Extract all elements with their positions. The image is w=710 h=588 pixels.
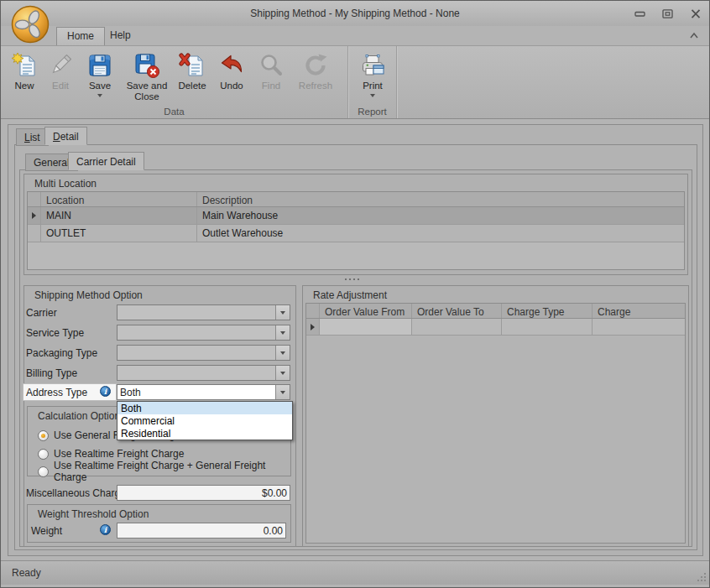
carrier-dropdown[interactable] — [117, 304, 290, 320]
dropdown-button[interactable] — [275, 346, 290, 360]
radio-icon — [38, 449, 49, 460]
delete-button[interactable]: Delete — [174, 51, 211, 102]
ribbon: New Edit — [1, 45, 709, 119]
grid-header-row: Order Value From Order Value To Charge T… — [306, 304, 685, 319]
find-button[interactable]: Find — [253, 51, 290, 102]
floppy-close-icon — [133, 52, 160, 79]
tab-detail[interactable]: Detail — [44, 127, 87, 145]
dropdown-option-commercial[interactable]: Commercial — [117, 414, 292, 427]
minimize-button[interactable] — [634, 9, 645, 18]
close-icon — [691, 9, 701, 18]
print-button[interactable]: Print — [352, 51, 393, 100]
tab-help[interactable]: Help — [100, 27, 141, 45]
dropdown-option-residential[interactable]: Residential — [117, 427, 292, 440]
magnifier-icon — [258, 52, 285, 79]
row-indicator-header — [306, 304, 320, 318]
dropdown-option-both[interactable]: Both — [117, 402, 292, 414]
table-row-outlet[interactable]: OUTLET Outlet Warehouse — [28, 225, 684, 242]
table-row-main[interactable]: MAIN Main Warehouse — [28, 207, 684, 225]
save-button[interactable]: Save — [80, 51, 120, 102]
splitter-handle[interactable] — [345, 278, 359, 280]
shipping-method-option-title: Shipping Method Option — [34, 289, 143, 301]
calculation-option-title: Calculation Option — [38, 410, 120, 422]
field-row-misc-charge: Miscellaneous Charge $0.00 — [24, 485, 291, 501]
tab-carrier-detail[interactable]: Carrier Detail — [68, 152, 144, 170]
field-row-weight: Weight i 0.00 — [24, 523, 291, 539]
resize-grip[interactable] — [697, 572, 707, 582]
ribbon-tab-row: Home Help — [1, 26, 709, 45]
restore-button[interactable] — [662, 9, 673, 18]
undo-button[interactable]: Undo — [213, 51, 250, 102]
new-document-icon — [11, 52, 38, 79]
undo-arrow-icon — [218, 52, 245, 79]
new-button[interactable]: New — [8, 51, 41, 102]
dropdown-button[interactable] — [275, 366, 290, 380]
status-bar: Ready — [1, 560, 709, 585]
app-logo-icon[interactable] — [11, 5, 50, 44]
rate-adjustment-grid: Order Value From Order Value To Charge T… — [305, 303, 686, 544]
row-indicator-icon — [32, 212, 36, 219]
group-label-report: Report — [348, 107, 396, 117]
ribbon-collapse-button[interactable] — [689, 31, 699, 41]
dropdown-button[interactable] — [275, 305, 290, 320]
row-indicator-header — [28, 192, 41, 206]
edit-button[interactable]: Edit — [44, 51, 77, 102]
radio-realtime-plus-general[interactable]: Use Realtime Freight Charge + General Fr… — [38, 466, 290, 477]
close-button[interactable] — [690, 9, 701, 18]
printer-icon — [359, 52, 386, 79]
multi-location-grid: Location Description MAIN Main Warehouse… — [27, 191, 685, 270]
weight-threshold-title: Weight Threshold Option — [38, 508, 149, 520]
table-row-new[interactable] — [306, 319, 685, 336]
restore-icon — [662, 9, 673, 18]
info-icon[interactable]: i — [100, 524, 111, 535]
weight-field[interactable]: 0.00 — [117, 523, 286, 539]
column-header-charge-type[interactable]: Charge Type — [502, 304, 593, 318]
ribbon-group-data: New Edit — [1, 46, 348, 118]
dropdown-button[interactable] — [275, 325, 290, 340]
minimize-icon — [634, 9, 645, 18]
address-type-dropdown[interactable]: Both — [117, 384, 290, 400]
floppy-disk-icon — [86, 52, 113, 79]
window-controls — [634, 1, 701, 26]
row-indicator-icon — [311, 324, 315, 330]
chevron-down-icon — [280, 351, 285, 357]
pencil-icon — [47, 52, 74, 79]
column-header-order-value-from[interactable]: Order Value From — [320, 304, 412, 318]
chevron-down-icon — [280, 372, 285, 377]
rate-adjustment-title: Rate Adjustment — [313, 289, 387, 301]
info-icon[interactable]: i — [100, 386, 111, 397]
tab-home[interactable]: Home — [56, 27, 105, 45]
chevron-down-icon — [280, 311, 285, 317]
radio-icon — [38, 466, 49, 477]
window-title: Shipping Method - My Shipping Method - N… — [1, 1, 709, 26]
column-header-description[interactable]: Description — [197, 192, 684, 206]
field-row-packaging-type: Packaging Type — [24, 345, 291, 361]
service-type-dropdown[interactable] — [117, 325, 290, 341]
multi-location-title: Multi Location — [34, 178, 97, 190]
ribbon-group-report: Print Report — [348, 46, 397, 118]
column-header-charge[interactable]: Charge — [593, 304, 685, 318]
address-type-dropdown-popup: Both Commercial Residential — [117, 401, 293, 440]
chevron-down-icon — [280, 331, 285, 337]
billing-type-dropdown[interactable] — [117, 365, 290, 381]
refresh-button[interactable]: Refresh — [292, 51, 339, 102]
chevron-down-icon — [280, 391, 285, 397]
column-header-location[interactable]: Location — [41, 192, 197, 206]
radio-realtime-freight[interactable]: Use Realtime Freight Charge — [38, 448, 184, 460]
group-label-data: Data — [1, 107, 347, 117]
field-row-carrier: Carrier — [24, 304, 291, 320]
delete-document-icon — [179, 52, 206, 79]
tab-list[interactable]: List — [16, 128, 49, 146]
field-row-billing-type: Billing Type — [24, 365, 291, 381]
save-and-close-button[interactable]: Save and Close — [123, 51, 171, 102]
app-window: Shipping Method - My Shipping Method - N… — [0, 0, 710, 588]
column-header-order-value-to[interactable]: Order Value To — [412, 304, 502, 318]
title-bar[interactable]: Shipping Method - My Shipping Method - N… — [1, 1, 709, 26]
refresh-icon — [302, 52, 329, 79]
packaging-type-dropdown[interactable] — [117, 345, 290, 361]
dropdown-button[interactable] — [275, 385, 290, 399]
status-text: Ready — [12, 567, 41, 579]
miscellaneous-charge-field[interactable]: $0.00 — [117, 485, 290, 501]
chevron-up-icon — [689, 31, 699, 41]
radio-icon — [38, 430, 49, 441]
